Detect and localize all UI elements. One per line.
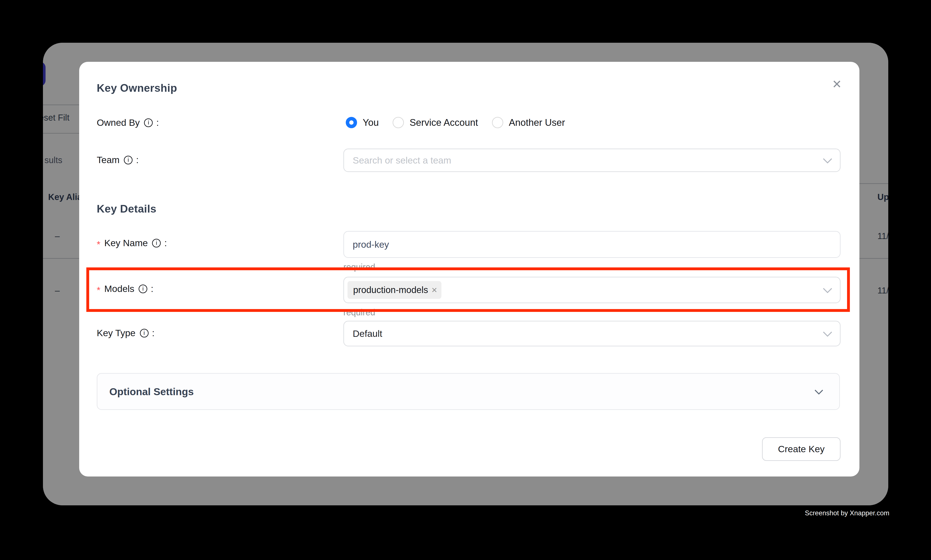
create-key-modal: ✕ Key Ownership Owned By i : You Service… [79, 62, 859, 477]
required-asterisk: * [97, 285, 100, 295]
optional-settings-toggle[interactable]: Optional Settings [97, 373, 840, 410]
key-name-value: prod-key [344, 239, 389, 250]
required-asterisk: * [97, 239, 100, 250]
chevron-down-icon [823, 328, 832, 337]
models-label: * Models i : [97, 283, 153, 294]
key-name-input[interactable]: prod-key [343, 231, 840, 258]
colon: : [136, 155, 138, 165]
colon: : [152, 328, 155, 338]
owned-by-label-text: Owned By [97, 117, 140, 128]
remove-tag-icon[interactable]: × [432, 285, 437, 295]
key-name-label: * Key Name i : [97, 238, 167, 248]
key-name-label-text: Key Name [104, 238, 148, 248]
radio-label: Service Account [409, 117, 478, 128]
models-label-text: Models [104, 283, 134, 294]
team-select-placeholder: Search or select a team [344, 155, 451, 166]
team-label: Team i : [97, 155, 138, 165]
info-icon[interactable]: i [144, 118, 153, 127]
radio-unselected-icon[interactable] [392, 117, 404, 128]
chevron-down-icon [823, 154, 832, 163]
create-key-button[interactable]: Create Key [762, 437, 840, 461]
info-icon[interactable]: i [124, 156, 132, 165]
radio-option-you[interactable]: You [346, 117, 379, 128]
key-type-value: Default [344, 328, 382, 339]
key-type-select[interactable]: Default [343, 321, 840, 346]
colon: : [156, 117, 159, 128]
key-type-label-text: Key Type [97, 328, 135, 338]
team-select[interactable]: Search or select a team [343, 149, 840, 172]
info-icon[interactable]: i [140, 329, 149, 337]
section-title-key-details: Key Details [97, 203, 156, 215]
owned-by-label: Owned By i : [97, 117, 159, 128]
owned-by-radio-group: You Service Account Another User [346, 117, 579, 128]
radio-option-another-user[interactable]: Another User [492, 117, 565, 128]
info-icon[interactable]: i [152, 239, 161, 248]
radio-label: Another User [509, 117, 565, 128]
chevron-down-icon [823, 284, 832, 293]
selected-model-tag: production-models × [348, 281, 442, 299]
colon: : [164, 238, 167, 248]
key-name-required-hint: required [343, 262, 375, 272]
close-icon[interactable]: ✕ [827, 74, 846, 94]
section-title-key-ownership: Key Ownership [97, 82, 177, 94]
info-icon[interactable]: i [138, 285, 147, 293]
selected-model-tag-label: production-models [353, 285, 428, 295]
colon: : [151, 283, 153, 294]
screenshot-canvas: { "ui": { "colon": ":", "required_marker… [0, 0, 931, 560]
radio-label: You [363, 117, 379, 128]
optional-settings-label: Optional Settings [97, 386, 194, 398]
radio-unselected-icon[interactable] [492, 117, 503, 128]
radio-option-service-account[interactable]: Service Account [392, 117, 478, 128]
team-label-text: Team [97, 155, 120, 165]
radio-selected-icon[interactable] [346, 117, 357, 128]
watermark-text: Screenshot by Xnapper.com [805, 509, 889, 517]
key-type-label: Key Type i : [97, 328, 154, 338]
models-multiselect[interactable]: production-models × [343, 277, 840, 303]
models-required-hint: required [343, 308, 375, 317]
chevron-down-icon [814, 386, 823, 395]
